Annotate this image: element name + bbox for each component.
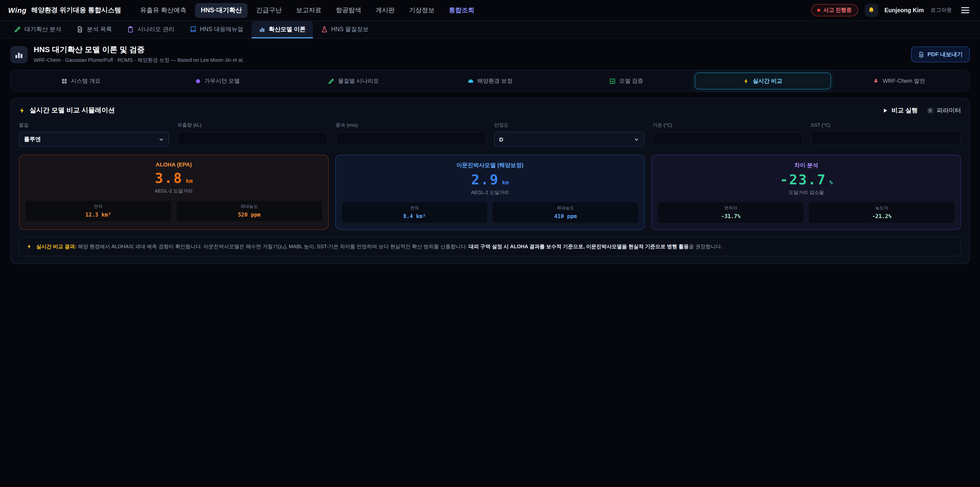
chevron-down-icon	[634, 137, 639, 142]
substance-select-value: 톨루엔	[24, 135, 41, 143]
tab-hns-substance-info[interactable]: HNS 물질정보	[314, 21, 376, 38]
check-square-icon	[609, 78, 616, 84]
page-title: HNS 대기확산 모델 이론 및 검증	[34, 45, 905, 55]
logout-button[interactable]: 로그아웃	[931, 6, 952, 14]
stat-value: 520 ppm	[179, 211, 320, 217]
nav-item-board[interactable]: 게시판	[370, 3, 401, 18]
section-item-gaussian-model[interactable]: 가우시안 모델	[149, 72, 285, 89]
result-caption: AEGL-2 도달거리	[341, 190, 638, 196]
page-header-chart-icon	[10, 46, 27, 63]
incident-dot-icon	[818, 9, 821, 12]
app-title: 해양환경 위기대응 통합시스템	[31, 6, 121, 15]
section-item-system-overview[interactable]: 시스템 개요	[13, 72, 149, 89]
control-release-volume: 유출량 (kL)	[177, 122, 328, 147]
control-label: 풍속 (m/s)	[336, 122, 486, 129]
tab-label: 확산모델 이론	[269, 25, 305, 33]
pdf-export-label: PDF 내보내기	[928, 51, 963, 58]
nav-item-hns-atmospheric[interactable]: HNS·대기확산	[195, 3, 248, 18]
notification-bell-icon[interactable]	[864, 3, 878, 17]
air-temperature-input[interactable]	[652, 132, 803, 145]
section-item-model-validation[interactable]: 모델 검증	[558, 72, 694, 89]
tab-analysis-list[interactable]: 분석 목록	[69, 21, 119, 38]
result-card-title: ALOHA (EPA)	[25, 161, 322, 168]
nav-item-oil-spill[interactable]: 유출유 확산예측	[135, 3, 192, 18]
result-stats: 면적차 -31.7% 농도차 -21.2%	[658, 202, 955, 223]
stat-value: -21.2%	[811, 213, 953, 219]
result-unit: km	[186, 178, 192, 184]
note-label: 실시간 비교 결과:	[36, 244, 76, 249]
stat-value: -31.7%	[660, 213, 802, 219]
app-root: Wing 해양환경 위기대응 통합시스템 유출유 확산예측 HNS·대기확산 긴…	[0, 0, 980, 487]
document-icon	[76, 26, 83, 32]
lightning-icon	[743, 78, 749, 84]
pdf-document-icon	[918, 51, 924, 57]
result-value-row: 3.8 km	[25, 171, 322, 185]
note-body: 해양 환경에서 ALOHA의 과대 예측 경향이 확인됩니다. 이문진박사모델은…	[76, 244, 469, 249]
section-item-wrf-chem-evolution[interactable]: WRF-Chem 발전	[831, 72, 967, 89]
simulation-header: 실시간 모델 비교 시뮬레이션 비교 실행 파라미터	[19, 106, 961, 115]
rocket-icon	[873, 78, 879, 84]
main-content: 실시간 모델 비교 시뮬레이션 비교 실행 파라미터 물질	[0, 92, 980, 270]
section-item-marine-correction[interactable]: 해양환경 보정	[422, 72, 558, 89]
result-caption: 도달거리 감소율	[658, 190, 955, 196]
play-icon	[882, 107, 888, 113]
comparison-result-note: 실시간 비교 결과: 해양 환경에서 ALOHA의 과대 예측 경향이 확인됩니…	[19, 237, 961, 256]
nav-item-weather-info[interactable]: 기상정보	[404, 3, 440, 18]
pencil-icon	[328, 78, 334, 84]
tab-label: 대기확산 분석	[24, 25, 61, 33]
flask-icon	[321, 26, 328, 32]
main-menu: 유출유 확산예측 HNS·대기확산 긴급구난 보고자료 항공탐색 게시판 기상정…	[135, 3, 811, 18]
result-stats: 면적 8.4 km² 최대농도 410 ppm	[341, 202, 638, 223]
nav-item-integrated-search[interactable]: 통합조회	[443, 3, 480, 18]
sst-input[interactable]	[811, 131, 961, 145]
incident-status-badge[interactable]: 사고 진행중	[811, 4, 858, 16]
stat-label: 최대농도	[179, 204, 320, 210]
result-value-row: -23.7 %	[658, 172, 955, 187]
result-unit: km	[502, 179, 509, 186]
hamburger-menu-icon[interactable]	[959, 5, 972, 16]
section-item-realtime-comparison[interactable]: 실시간 비교	[694, 72, 831, 89]
stat-label: 면적	[344, 205, 485, 211]
result-unit: %	[829, 179, 833, 186]
control-air-temperature: 기온 (°C)	[652, 122, 803, 147]
control-wind-speed: 풍속 (m/s)	[336, 122, 486, 147]
stat-label: 최대농도	[495, 205, 636, 211]
nav-item-reports[interactable]: 보고자료	[290, 3, 327, 18]
result-value: 3.8	[155, 171, 183, 185]
nav-item-emergency-rescue[interactable]: 긴급구난	[251, 3, 287, 18]
parameters-button[interactable]: 파라미터	[927, 106, 961, 115]
cloud-icon	[468, 78, 474, 84]
nav-item-aerial-search[interactable]: 항공탐색	[330, 3, 367, 18]
section-label: 물질별 시나리오	[338, 77, 379, 85]
page-header-texts: HNS 대기확산 모델 이론 및 검증 WRF-Chem · Gaussian …	[34, 45, 905, 64]
result-value: 2.9	[471, 172, 499, 187]
control-substance: 물질 톨루엔	[19, 122, 169, 147]
pencil-icon	[14, 26, 21, 32]
result-caption: AEGL-2 도달거리	[25, 188, 322, 195]
substance-select[interactable]: 톨루엔	[19, 132, 169, 147]
stat-label: 면적	[27, 204, 169, 210]
app-logo[interactable]: Wing	[8, 6, 27, 14]
note-bold-recommendation: 대피 구역 설정 시 ALOHA 결과를 보수적 기준으로, 이문진박사모델을 …	[469, 244, 689, 249]
control-label: SST (°C)	[811, 122, 961, 128]
section-item-substance-scenarios[interactable]: 물질별 시나리오	[286, 72, 422, 89]
stat-area: 면적 8.4 km²	[341, 202, 488, 223]
page-subtitle: WRF-Chem · Gaussian Plume/Puff · ROMS · …	[34, 57, 905, 64]
wind-speed-input[interactable]	[336, 132, 486, 145]
simulation-title: 실시간 모델 비교 시뮬레이션	[19, 106, 115, 115]
tab-hns-response-manual[interactable]: HNS 대응매뉴얼	[183, 21, 250, 38]
run-comparison-label: 비교 실행	[891, 106, 918, 115]
tab-scenario-management[interactable]: 시나리오 관리	[120, 21, 181, 38]
release-volume-input[interactable]	[177, 132, 328, 145]
tab-diffusion-model-theory[interactable]: 확산모델 이론	[251, 21, 313, 38]
pdf-export-button[interactable]: PDF 내보내기	[911, 46, 970, 62]
stability-select-value: D	[499, 136, 503, 142]
comparison-results: ALOHA (EPA) 3.8 km AEGL-2 도달거리 면적 12.3 k…	[19, 155, 961, 230]
stability-select[interactable]: D	[494, 132, 644, 147]
tab-atmospheric-analysis[interactable]: 대기확산 분석	[7, 21, 68, 38]
section-label: 모델 검증	[619, 77, 643, 85]
stat-max-concentration: 최대농도 410 ppm	[492, 202, 639, 223]
result-card-title: 이문진박사모델 (해양보정)	[341, 161, 638, 169]
run-comparison-button[interactable]: 비교 실행	[882, 106, 918, 115]
result-card-difference-analysis: 차이 분석 -23.7 % 도달거리 감소율 면적차 -31.7% 농도차	[652, 155, 961, 230]
